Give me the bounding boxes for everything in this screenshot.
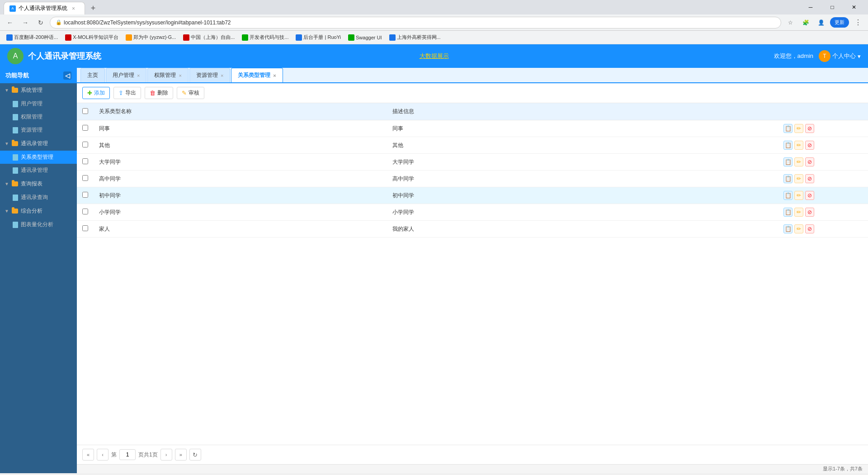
view-btn-4[interactable]: 📋	[783, 191, 793, 200]
tab-label: 资源管理	[196, 71, 218, 79]
row-desc-1: 其他	[387, 137, 778, 154]
row-checkbox-4[interactable]	[82, 192, 88, 198]
audit-icon: ✎	[182, 90, 187, 96]
delete-btn-5[interactable]: ⊘	[805, 208, 814, 217]
bookmark-label: 中国（上海）自由...	[191, 34, 235, 41]
tab-close-icon[interactable]: ×	[221, 73, 223, 78]
bookmark-star-icon[interactable]: ☆	[784, 16, 797, 29]
edit-btn-5[interactable]: ✏	[794, 208, 803, 217]
bookmark-item[interactable]: 郑为中 (yyzwz)·G...	[123, 33, 179, 42]
edit-btn-1[interactable]: ✏	[794, 141, 803, 150]
page-next-btn[interactable]: ›	[160, 449, 172, 461]
view-btn-0[interactable]: 📋	[783, 124, 793, 133]
profile-btn[interactable]: 👤	[815, 16, 827, 29]
add-button[interactable]: ✚ 添加	[82, 87, 110, 99]
sidebar-item-permission[interactable]: 权限管理	[0, 110, 77, 124]
sidebar-item-relation-type[interactable]: 关系类型管理	[0, 151, 77, 164]
sidebar-collapse-btn[interactable]: ◁	[63, 71, 71, 80]
edit-btn-3[interactable]: ✏	[794, 174, 803, 183]
row-checkbox-5[interactable]	[82, 209, 88, 214]
row-checkbox-2[interactable]	[82, 158, 88, 164]
tab-close-icon[interactable]: ×	[137, 73, 140, 78]
bookmark-item[interactable]: 百度翻译-200种语...	[4, 33, 61, 42]
delete-btn-2[interactable]: ⊘	[805, 157, 814, 166]
minimize-btn[interactable]: ─	[800, 0, 821, 14]
browser-tab[interactable]: A 个人通讯录管理系统 ×	[4, 2, 85, 14]
view-btn-1[interactable]: 📋	[783, 141, 793, 150]
view-btn-3[interactable]: 📋	[783, 174, 793, 183]
sidebar-item-resource[interactable]: 资源管理	[0, 124, 77, 137]
bookmark-item[interactable]: 开发者代码与技...	[239, 33, 291, 42]
menu-btn[interactable]: ⋮	[852, 16, 864, 29]
nav-back-btn[interactable]: ←	[4, 16, 16, 29]
row-checkbox-0[interactable]	[82, 125, 88, 131]
folder-icon	[12, 209, 18, 214]
personal-center-btn[interactable]: T 个人中心 ▾	[819, 50, 861, 62]
sidebar-item-contact-query[interactable]: 通讯录查询	[0, 191, 77, 204]
delete-btn-1[interactable]: ⊘	[805, 141, 814, 150]
update-button[interactable]: 更新	[830, 17, 849, 28]
page-refresh-btn[interactable]: ↻	[189, 449, 201, 461]
bookmark-item[interactable]: 中国（上海）自由...	[180, 33, 237, 42]
table-row: 大学同学 大学同学 📋 ✏ ⊘	[77, 154, 868, 171]
page-first-btn[interactable]: «	[82, 449, 94, 461]
sidebar-group-query-header[interactable]: ▼ 查询报表	[0, 177, 77, 191]
row-name-4: 初中同学	[94, 187, 387, 204]
sidebar-item-chart-analysis[interactable]: 图表量化分析	[0, 218, 77, 231]
row-actions-5: 📋 ✏ ⊘	[778, 204, 868, 221]
delete-btn-3[interactable]: ⊘	[805, 174, 814, 183]
tab-close-icon[interactable]: ×	[179, 73, 181, 78]
bookmark-item[interactable]: Swagger UI	[345, 33, 384, 42]
bookmark-item[interactable]: X-MOL科学知识平台	[62, 33, 121, 42]
bookmark-label: 上海外高桥英得网...	[397, 34, 441, 41]
view-btn-2[interactable]: 📋	[783, 157, 793, 166]
tab-主页[interactable]: 主页	[80, 68, 105, 82]
sidebar-item-user[interactable]: 用户管理	[0, 97, 77, 110]
page-last-btn[interactable]: »	[175, 449, 187, 461]
sidebar-group-analysis-header[interactable]: ▼ 综合分析	[0, 204, 77, 218]
select-all-checkbox[interactable]	[82, 108, 88, 114]
delete-btn-4[interactable]: ⊘	[805, 191, 814, 200]
export-button[interactable]: ⇪ 导出	[113, 87, 141, 99]
tab-close-icon[interactable]: ×	[273, 73, 276, 78]
tab-权限管理[interactable]: 权限管理×	[147, 68, 188, 82]
sidebar-item-contacts[interactable]: 通讯录管理	[0, 164, 77, 177]
delete-btn-0[interactable]: ⊘	[805, 124, 814, 133]
sidebar-group-contact-header[interactable]: ▼ 通讯录管理	[0, 137, 77, 151]
row-checkbox-1[interactable]	[82, 142, 88, 147]
row-checkbox-3[interactable]	[82, 175, 88, 181]
tab-关系类型管理[interactable]: 关系类型管理×	[231, 68, 283, 82]
view-btn-5[interactable]: 📋	[783, 208, 793, 217]
extensions-btn[interactable]: 🧩	[799, 16, 812, 29]
folder-icon	[12, 141, 18, 146]
big-data-link[interactable]: 大数据展示	[420, 52, 449, 59]
row-actions-1: 📋 ✏ ⊘	[778, 137, 868, 154]
edit-btn-2[interactable]: ✏	[794, 157, 803, 166]
edit-btn-0[interactable]: ✏	[794, 124, 803, 133]
nav-reload-btn[interactable]: ↻	[34, 16, 47, 29]
audit-button[interactable]: ✎ 审核	[177, 87, 204, 99]
page-prev-btn[interactable]: ‹	[97, 449, 108, 461]
chevron-down-icon: ▼	[5, 209, 9, 214]
new-tab-btn[interactable]: +	[87, 2, 99, 14]
row-checkbox-6[interactable]	[82, 225, 88, 231]
page-number-input[interactable]	[119, 449, 136, 460]
edit-btn-6[interactable]: ✏	[794, 224, 803, 233]
edit-btn-4[interactable]: ✏	[794, 191, 803, 200]
tab-close-btn[interactable]: ×	[72, 5, 75, 12]
col-name: 关系类型名称	[94, 103, 387, 120]
address-bar[interactable]: 🔒 localhost:8080/ZwzTelSystem/sys/sysuse…	[50, 17, 781, 28]
tab-favicon: A	[9, 5, 16, 12]
delete-btn-6[interactable]: ⊘	[805, 224, 814, 233]
tab-资源管理[interactable]: 资源管理×	[189, 68, 230, 82]
maximize-btn[interactable]: □	[822, 0, 843, 14]
bookmark-item[interactable]: 后台手册 | RuoYi	[293, 33, 344, 42]
bookmark-label: Swagger UI	[356, 35, 382, 40]
tab-用户管理[interactable]: 用户管理×	[106, 68, 146, 82]
sidebar-group-system-header[interactable]: ▼ 系统管理	[0, 83, 77, 97]
view-btn-6[interactable]: 📋	[783, 224, 793, 233]
bookmark-item[interactable]: 上海外高桥英得网...	[387, 33, 443, 42]
close-btn[interactable]: ✕	[844, 0, 864, 14]
delete-button[interactable]: 🗑 删除	[145, 87, 173, 99]
nav-forward-btn[interactable]: →	[19, 16, 32, 29]
